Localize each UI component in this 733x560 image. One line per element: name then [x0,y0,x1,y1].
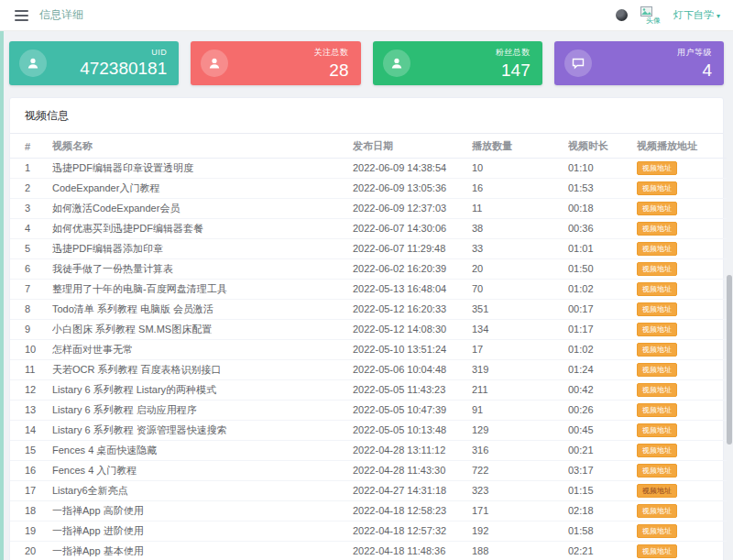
play-count: 192 [472,522,568,542]
play-count: 11 [472,199,568,219]
table-row: 11 天若OCR 系列教程 百度表格识别接口 2022-05-06 10:04:… [10,360,727,380]
video-url-button[interactable]: 视频地址 [637,524,677,538]
video-duration: 00:21 [568,441,637,461]
video-name: 一指禅App 高阶使用 [52,501,353,522]
video-url-button[interactable]: 视频地址 [637,181,677,195]
row-index: 16 [10,461,52,481]
video-url-button[interactable]: 视频地址 [637,282,677,296]
video-url-button[interactable]: 视频地址 [637,544,677,558]
video-name: 我徒手做了一份热量计算表 [52,259,353,280]
user-menu[interactable]: 灯下自学 ▾ [673,8,720,22]
publish-date: 2022-04-18 12:58:23 [353,501,472,522]
video-url-button[interactable]: 视频地址 [637,262,677,276]
video-url-button[interactable]: 视频地址 [637,363,677,377]
video-duration: 02:18 [568,501,637,522]
video-name: 一指禅App 进阶使用 [52,522,353,542]
stat-label: 粉丝总数 [496,47,531,59]
col-play-count: 播放数量 [472,134,568,159]
video-name: 如何优惠买到迅捷PDF编辑器套餐 [52,219,353,239]
col-index: # [10,134,52,159]
video-url-button[interactable]: 视频地址 [637,161,677,175]
collapsed-sidebar-strip [0,31,4,560]
comment-icon [564,49,592,77]
play-count: 351 [472,300,568,320]
play-count: 91 [472,401,568,421]
video-url-button[interactable]: 视频地址 [637,444,677,457]
stat-label: 用户等级 [677,47,712,59]
video-duration: 01:02 [568,340,637,360]
row-index: 20 [10,542,52,560]
publish-date: 2022-06-09 13:05:36 [353,179,472,199]
publish-date: 2022-04-28 13:11:12 [353,441,472,461]
video-url-button[interactable]: 视频地址 [637,242,677,256]
publish-date: 2022-05-05 10:13:48 [353,421,472,441]
row-index: 6 [10,259,52,280]
video-duration: 00:42 [568,380,637,401]
publish-date: 2022-06-09 14:38:54 [353,159,472,179]
video-url-button[interactable]: 视频地址 [637,302,677,316]
video-duration: 01:53 [568,179,637,199]
stat-value: 472380181 [80,59,167,79]
video-url-button[interactable]: 视频地址 [637,202,677,215]
avatar[interactable]: 头像 [640,6,661,25]
stat-label: 关注总数 [314,47,349,59]
publish-date: 2022-06-07 11:29:48 [353,239,472,259]
table-row: 2 CodeExpander入门教程 2022-06-09 13:05:36 1… [10,179,727,199]
row-index: 5 [10,239,52,259]
video-info-panel: 视频信息 # 视频名称 发布日期 播放数量 视频时长 视频播放地址 1 迅捷PD… [9,97,724,560]
avatar-alt-text: 头像 [646,17,661,25]
video-duration: 01:17 [568,320,637,340]
video-table-body: 1 迅捷PDF编辑器印章设置透明度 2022-06-09 14:38:54 10… [10,159,727,560]
video-url-button[interactable]: 视频地址 [637,403,677,417]
table-row: 10 怎样面对世事无常 2022-05-10 13:51:24 17 01:02… [10,340,727,360]
row-index: 19 [10,522,52,542]
play-count: 211 [472,380,568,401]
table-row: 15 Fences 4 桌面快速隐藏 2022-04-28 13:11:12 3… [10,441,727,461]
video-name: Listary 6 系列教程 启动应用程序 [52,401,353,421]
vertical-scrollbar[interactable] [727,275,732,445]
row-index: 9 [10,320,52,340]
video-duration: 00:17 [568,300,637,320]
play-count: 722 [472,461,568,481]
video-url-button[interactable]: 视频地址 [637,484,677,498]
video-url-button[interactable]: 视频地址 [637,323,677,336]
row-index: 11 [10,360,52,380]
publish-date: 2022-05-05 10:47:39 [353,401,472,421]
video-url-button[interactable]: 视频地址 [637,504,677,518]
publish-date: 2022-06-07 14:30:06 [353,219,472,239]
stat-cards: UID 472380181 关注总数 28 粉丝总数 147 用户等级 4 [0,31,733,97]
video-duration: 01:24 [568,360,637,380]
play-count: 38 [472,219,568,239]
globe-icon[interactable] [616,9,628,21]
video-name: 迅捷PDF编辑器添加印章 [52,239,353,259]
stat-label: UID [80,48,167,57]
publish-date: 2022-04-18 11:48:36 [353,542,472,560]
video-url-button[interactable]: 视频地址 [637,423,677,437]
video-url-button[interactable]: 视频地址 [637,222,677,236]
play-count: 171 [472,501,568,522]
video-url-button[interactable]: 视频地址 [637,343,677,357]
row-index: 15 [10,441,52,461]
video-url-button[interactable]: 视频地址 [637,383,677,397]
stat-value: 147 [496,60,531,81]
play-count: 70 [472,280,568,300]
video-name: 迅捷PDF编辑器印章设置透明度 [52,159,353,179]
video-name: 怎样面对世事无常 [52,340,353,360]
video-table: # 视频名称 发布日期 播放数量 视频时长 视频播放地址 1 迅捷PDF编辑器印… [10,134,727,560]
table-row: 13 Listary 6 系列教程 启动应用程序 2022-05-05 10:4… [10,401,727,421]
stat-value: 4 [677,60,712,81]
table-row: 8 Todo清单 系列教程 电脑版 会员激活 2022-05-12 16:20:… [10,300,727,320]
video-name: Fences 4 入门教程 [52,461,353,481]
video-url-button[interactable]: 视频地址 [637,464,677,478]
col-play-url: 视频播放地址 [637,134,727,159]
play-count: 316 [472,441,568,461]
publish-date: 2022-05-06 10:04:48 [353,360,472,380]
publish-date: 2022-05-10 13:51:24 [353,340,472,360]
row-index: 4 [10,219,52,239]
video-duration: 01:01 [568,239,637,259]
stat-card-uid: UID 472380181 [9,41,179,85]
row-index: 10 [10,340,52,360]
row-index: 1 [10,159,52,179]
row-index: 12 [10,380,52,401]
menu-toggle-icon[interactable] [15,10,28,21]
